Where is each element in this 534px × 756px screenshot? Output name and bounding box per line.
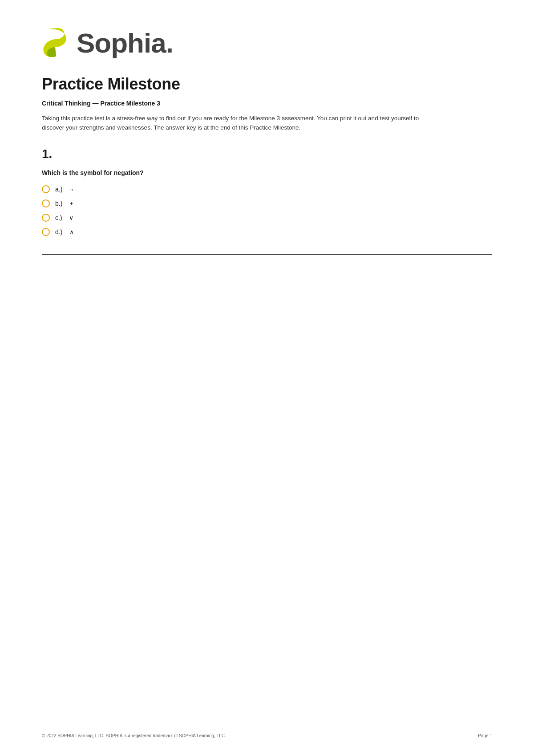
- answer-label-c: c.): [55, 214, 64, 221]
- radio-button-a[interactable]: [42, 185, 50, 193]
- answer-option-c[interactable]: c.) ∨: [42, 214, 492, 222]
- answer-symbol-c: ∨: [69, 214, 73, 221]
- logo-area: Sophia.: [42, 27, 492, 59]
- answer-option-a[interactable]: a.) ¬: [42, 185, 492, 193]
- answer-symbol-b: +: [69, 200, 73, 207]
- page-container: Sophia. Practice Milestone Critical Thin…: [0, 0, 534, 756]
- footer-page-number: Page 1: [478, 733, 492, 738]
- footer: © 2022 SOPHIA Learning, LLC. SOPHIA is a…: [42, 733, 492, 738]
- description: Taking this practice test is a stress-fr…: [42, 114, 425, 133]
- answer-label-d: d.): [55, 228, 64, 236]
- radio-button-c[interactable]: [42, 214, 50, 222]
- answer-option-b[interactable]: b.) +: [42, 199, 492, 207]
- answer-options-list: a.) ¬ b.) + c.) ∨ d.) ∧: [42, 185, 492, 236]
- question-text: Which is the symbol for negation?: [42, 169, 492, 176]
- subtitle: Critical Thinking — Practice Milestone 3: [42, 100, 492, 107]
- brand-name: Sophia.: [77, 27, 173, 59]
- answer-label-a: a.): [55, 186, 64, 193]
- footer-copyright: © 2022 SOPHIA Learning, LLC. SOPHIA is a…: [42, 733, 226, 738]
- answer-symbol-d: ∧: [69, 228, 74, 236]
- answer-label-b: b.): [55, 200, 64, 207]
- page-title: Practice Milestone: [42, 75, 492, 93]
- answer-option-d[interactable]: d.) ∧: [42, 228, 492, 236]
- section-divider: [42, 254, 492, 255]
- sophia-logo-icon: [42, 27, 70, 59]
- answer-symbol-a: ¬: [69, 186, 73, 193]
- radio-button-d[interactable]: [42, 228, 50, 236]
- question-number: 1.: [42, 147, 492, 161]
- radio-button-b[interactable]: [42, 199, 50, 207]
